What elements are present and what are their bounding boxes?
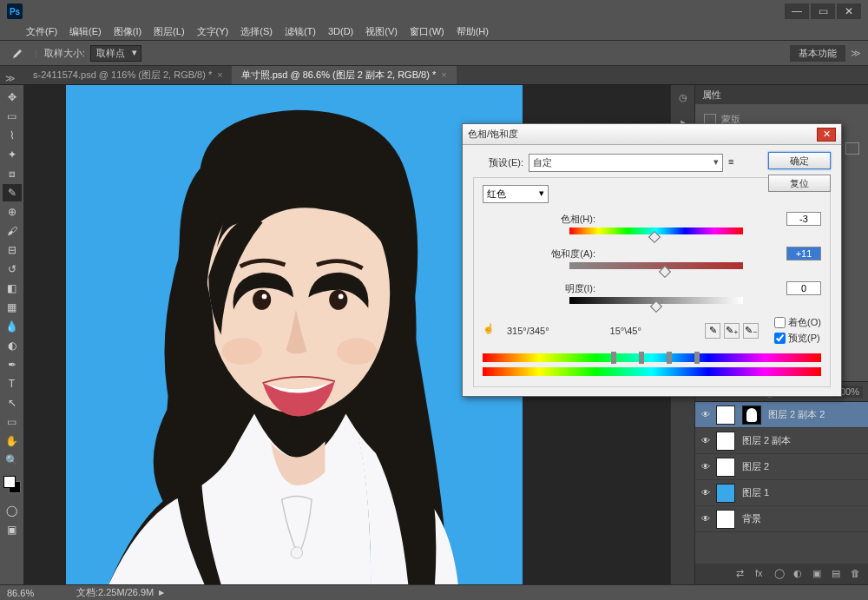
layer-mask-thumbnail[interactable] xyxy=(742,405,761,425)
document-info[interactable]: 文档:2.25M/26.9M xyxy=(76,586,154,599)
range-spectrum-top[interactable] xyxy=(483,353,821,364)
link-layers-icon[interactable]: ⇄ xyxy=(736,568,748,580)
menu-3d[interactable]: 3D(D) xyxy=(328,26,353,36)
layer-row[interactable]: 👁图层 2 xyxy=(695,454,868,480)
layer-name[interactable]: 图层 2 xyxy=(742,460,769,473)
visibility-icon[interactable]: 👁 xyxy=(699,462,713,471)
lightness-input[interactable] xyxy=(786,281,821,295)
stamp-tool[interactable]: ⊟ xyxy=(3,241,22,259)
heal-tool[interactable]: ⊕ xyxy=(3,203,22,221)
lightness-slider[interactable] xyxy=(569,297,743,307)
document-tab-1[interactable]: s-2411574.psd @ 116% (图层 2, RGB/8) *× xyxy=(24,66,233,84)
hue-input[interactable] xyxy=(786,212,821,226)
layer-thumbnail[interactable] xyxy=(716,405,735,425)
layer-mask-icon[interactable]: ◯ xyxy=(774,568,786,580)
layer-group-icon[interactable]: ▣ xyxy=(812,568,825,580)
menu-type[interactable]: 文字(Y) xyxy=(197,25,229,38)
layer-row[interactable]: 👁图层 2 副本 2 xyxy=(695,402,868,428)
brush-tool[interactable]: 🖌 xyxy=(3,222,22,240)
layer-row[interactable]: 👁背景 xyxy=(695,506,868,532)
pen-tool[interactable]: ✒ xyxy=(3,356,22,373)
saturation-input[interactable] xyxy=(786,247,821,260)
move-tool[interactable]: ✥ xyxy=(3,89,22,106)
vector-mask-icon[interactable] xyxy=(845,142,859,155)
color-swatch[interactable] xyxy=(3,476,21,493)
eyedropper-add-icon[interactable]: ✎₊ xyxy=(724,323,740,339)
history-brush-tool[interactable]: ↺ xyxy=(3,260,22,278)
workspace-menu-icon[interactable]: ≫ xyxy=(851,48,861,59)
zoom-tool[interactable]: 🔍 xyxy=(3,452,22,469)
menu-window[interactable]: 窗口(W) xyxy=(410,25,444,38)
preset-select[interactable]: 自定 xyxy=(529,154,723,172)
gradient-tool[interactable]: ▦ xyxy=(3,299,22,316)
visibility-icon[interactable]: 👁 xyxy=(699,488,713,498)
visibility-icon[interactable]: 👁 xyxy=(699,436,713,445)
zoom-level[interactable]: 86.6% xyxy=(7,588,59,598)
hue-saturation-dialog[interactable]: 色相/饱和度 ✕ 确定 复位 预设(E): 自定 ≡ 红色 色相(H): 饱和度… xyxy=(462,123,842,397)
layer-row[interactable]: 👁图层 2 副本 xyxy=(695,428,868,454)
preview-checkbox[interactable]: 预览(P) xyxy=(774,332,821,345)
ok-button[interactable]: 确定 xyxy=(768,152,831,169)
layer-name[interactable]: 图层 2 副本 xyxy=(742,434,791,447)
crop-tool[interactable]: ⧈ xyxy=(3,165,22,182)
hand-tool[interactable]: ✋ xyxy=(3,432,22,450)
saturation-slider[interactable] xyxy=(569,262,743,273)
path-tool[interactable]: ↖ xyxy=(3,394,22,412)
sample-size-select[interactable]: 取样点 xyxy=(90,45,141,62)
close-button[interactable]: ✕ xyxy=(837,3,861,19)
layer-fx-icon[interactable]: fx xyxy=(755,568,767,580)
layer-name[interactable]: 图层 2 副本 2 xyxy=(768,408,825,421)
type-tool[interactable]: T xyxy=(3,375,22,392)
layer-thumbnail[interactable] xyxy=(716,510,735,529)
layer-thumbnail[interactable] xyxy=(716,458,735,477)
close-icon[interactable]: × xyxy=(217,69,222,80)
layer-row[interactable]: 👁图层 1 xyxy=(695,480,868,506)
layer-name[interactable]: 图层 1 xyxy=(742,486,769,499)
quickmask-tool[interactable]: ◯ xyxy=(3,502,22,519)
scrubby-icon[interactable]: ☝ xyxy=(483,323,498,339)
marquee-tool[interactable]: ▭ xyxy=(3,108,22,125)
dialog-close-button[interactable]: ✕ xyxy=(817,128,836,142)
menu-image[interactable]: 图像(I) xyxy=(114,25,141,38)
edit-channel-select[interactable]: 红色 xyxy=(483,185,549,203)
properties-panel-header[interactable]: 属性 xyxy=(695,85,868,104)
colorize-checkbox[interactable]: 着色(O) xyxy=(774,316,821,329)
screenmode-tool[interactable]: ▣ xyxy=(3,521,22,538)
maximize-button[interactable]: ▭ xyxy=(811,3,835,19)
preset-menu-icon[interactable]: ≡ xyxy=(728,156,742,170)
minimize-button[interactable]: — xyxy=(785,3,809,19)
workspace-mode-button[interactable]: 基本功能 xyxy=(790,45,845,62)
shape-tool[interactable]: ▭ xyxy=(3,413,22,431)
wand-tool[interactable]: ✦ xyxy=(3,146,22,163)
eyedropper-sub-icon[interactable]: ✎₋ xyxy=(743,323,759,339)
layer-name[interactable]: 背景 xyxy=(742,512,761,525)
menu-select[interactable]: 选择(S) xyxy=(240,25,273,38)
menu-help[interactable]: 帮助(H) xyxy=(457,25,489,38)
info-menu-icon[interactable]: ▶ xyxy=(159,589,164,597)
eraser-tool[interactable]: ◧ xyxy=(3,280,22,297)
menu-layer[interactable]: 图层(L) xyxy=(154,25,184,38)
visibility-icon[interactable]: 👁 xyxy=(699,410,713,419)
menu-edit[interactable]: 编辑(E) xyxy=(69,25,102,38)
eyedropper-tool[interactable]: ✎ xyxy=(3,184,22,201)
tabs-scroll-icon[interactable]: ≫ xyxy=(5,73,16,84)
menu-file[interactable]: 文件(F) xyxy=(26,25,57,38)
hue-slider[interactable] xyxy=(569,227,743,238)
close-icon[interactable]: × xyxy=(441,69,446,80)
adjustment-layer-icon[interactable]: ◐ xyxy=(793,568,806,580)
history-panel-icon[interactable]: ◷ xyxy=(674,89,692,106)
dodge-tool[interactable]: ◐ xyxy=(3,337,22,354)
lasso-tool[interactable]: ⌇ xyxy=(3,127,22,144)
document-tab-2[interactable]: 单寸照.psd @ 86.6% (图层 2 副本 2, RGB/8) *× xyxy=(233,66,457,84)
blur-tool[interactable]: 💧 xyxy=(3,318,22,335)
menu-view[interactable]: 视图(V) xyxy=(365,25,398,38)
dialog-titlebar[interactable]: 色相/饱和度 ✕ xyxy=(463,124,841,145)
eyedropper-icon[interactable]: ✎ xyxy=(705,323,720,339)
layer-thumbnail[interactable] xyxy=(716,432,735,451)
new-layer-icon[interactable]: ▤ xyxy=(832,568,844,580)
visibility-icon[interactable]: 👁 xyxy=(699,514,713,524)
delete-layer-icon[interactable]: 🗑 xyxy=(851,568,863,580)
cancel-button[interactable]: 复位 xyxy=(768,175,831,192)
layer-thumbnail[interactable] xyxy=(716,484,735,503)
menu-filter[interactable]: 滤镜(T) xyxy=(285,25,316,38)
